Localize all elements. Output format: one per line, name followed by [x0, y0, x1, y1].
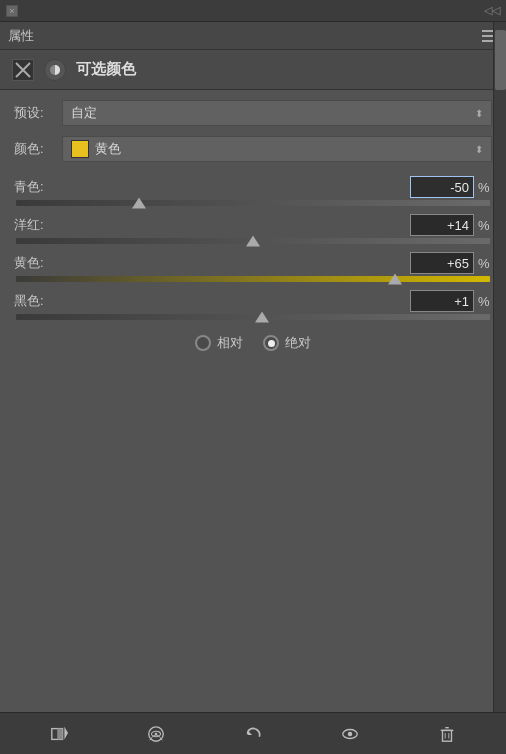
section-title-text: 可选颜色 — [76, 60, 136, 79]
main-content: 预设: 自定 ⬍ 颜色: 黄色 ⬍ 青色: % — [0, 90, 506, 372]
magenta-row: 洋红: % — [14, 214, 492, 236]
black-input-wrap: % — [410, 290, 492, 312]
add-mask-icon — [50, 725, 68, 743]
preset-dropdown[interactable]: 自定 ⬍ — [62, 100, 492, 126]
radio-row: 相对 绝对 — [14, 334, 492, 352]
radio-absolute-outer — [263, 335, 279, 351]
title-bar: × ◁◁ — [0, 0, 506, 22]
yellow-track-wrap[interactable] — [14, 276, 492, 282]
radio-relative-outer — [195, 335, 211, 351]
radio-absolute-dot — [268, 340, 275, 347]
trash-icon — [438, 725, 456, 743]
collapse-button[interactable]: ◁◁ — [484, 4, 500, 17]
magenta-input-wrap: % — [410, 214, 492, 236]
color-label: 颜色: — [14, 140, 62, 158]
delete-button[interactable] — [431, 720, 463, 748]
yellow-input-wrap: % — [410, 252, 492, 274]
color-dropdown-arrow: ⬍ — [475, 144, 483, 155]
section-title-row: 可选颜色 — [0, 50, 506, 90]
cyan-track-wrap[interactable] — [14, 200, 492, 206]
cyan-input[interactable] — [410, 176, 474, 198]
yellow-percent: % — [478, 256, 492, 271]
color-swatch — [71, 140, 89, 158]
panel-title: 属性 — [8, 27, 34, 45]
color-dropdown[interactable]: 黄色 ⬍ — [62, 136, 492, 162]
black-label: 黑色: — [14, 292, 62, 310]
radio-absolute[interactable]: 绝对 — [263, 334, 311, 352]
yellow-input[interactable] — [410, 252, 474, 274]
bottom-toolbar — [0, 712, 506, 754]
cyan-slider-section: 青色: % — [14, 176, 492, 206]
preset-row: 预设: 自定 ⬍ — [14, 100, 492, 126]
scrollbar[interactable] — [493, 22, 506, 712]
eye-circle-icon — [147, 725, 165, 743]
close-icon: × — [9, 6, 14, 16]
eye-icon — [341, 725, 359, 743]
undo-button[interactable] — [237, 720, 269, 748]
magenta-slider-section: 洋红: % — [14, 214, 492, 244]
eye-button[interactable] — [334, 720, 366, 748]
svg-marker-8 — [64, 726, 68, 739]
half-circle-icon — [49, 64, 61, 76]
add-mask-button[interactable] — [43, 720, 75, 748]
color-value: 黄色 — [95, 140, 121, 158]
black-track — [16, 314, 490, 320]
preset-value: 自定 — [71, 104, 97, 122]
black-track-wrap[interactable] — [14, 314, 492, 320]
magenta-thumb[interactable] — [246, 236, 260, 247]
color-dropdown-left: 黄色 — [71, 140, 121, 158]
cyan-label: 青色: — [14, 178, 62, 196]
title-bar-left: × — [6, 5, 18, 17]
magenta-track — [16, 238, 490, 244]
yellow-slider-section: 黄色: % — [14, 252, 492, 282]
yellow-row: 黄色: % — [14, 252, 492, 274]
preset-dropdown-arrow: ⬍ — [475, 108, 483, 119]
circle-icon — [44, 59, 66, 81]
cyan-input-wrap: % — [410, 176, 492, 198]
eye-circle-button[interactable] — [140, 720, 172, 748]
radio-relative[interactable]: 相对 — [195, 334, 243, 352]
svg-rect-15 — [443, 730, 452, 741]
color-row: 颜色: 黄色 ⬍ — [14, 136, 492, 162]
black-thumb[interactable] — [255, 312, 269, 323]
magenta-label: 洋红: — [14, 216, 62, 234]
panel-header: 属性 — [0, 22, 506, 50]
magenta-input[interactable] — [410, 214, 474, 236]
svg-rect-7 — [57, 728, 62, 739]
yellow-label: 黄色: — [14, 254, 62, 272]
mask-icon-box — [12, 59, 34, 81]
radio-absolute-label: 绝对 — [285, 334, 311, 352]
cyan-thumb[interactable] — [132, 198, 146, 209]
yellow-track — [16, 276, 490, 282]
black-percent: % — [478, 294, 492, 309]
cyan-track — [16, 200, 490, 206]
black-slider-section: 黑色: % — [14, 290, 492, 320]
black-row: 黑色: % — [14, 290, 492, 312]
black-input[interactable] — [410, 290, 474, 312]
undo-icon — [244, 725, 262, 743]
svg-point-14 — [348, 731, 353, 736]
cyan-percent: % — [478, 180, 492, 195]
close-button[interactable]: × — [6, 5, 18, 17]
preset-label: 预设: — [14, 104, 62, 122]
svg-marker-12 — [248, 730, 253, 735]
cyan-row: 青色: % — [14, 176, 492, 198]
x-mask-icon — [15, 62, 31, 78]
scrollbar-thumb[interactable] — [495, 30, 506, 90]
radio-relative-label: 相对 — [217, 334, 243, 352]
magenta-percent: % — [478, 218, 492, 233]
yellow-thumb[interactable] — [388, 274, 402, 285]
magenta-track-wrap[interactable] — [14, 238, 492, 244]
collapse-icon: ◁◁ — [484, 4, 500, 16]
